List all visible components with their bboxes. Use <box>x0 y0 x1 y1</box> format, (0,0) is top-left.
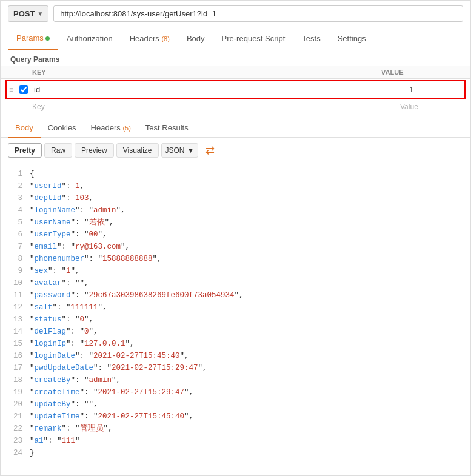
line-content: "a1": "111" <box>30 435 80 447</box>
line-content: "sex": "1", <box>30 265 80 277</box>
line-content: "loginDate": "2021-02-27T15:45:40", <box>30 350 189 362</box>
line-content: "updateTime": "2021-02-27T15:45:40", <box>30 411 193 423</box>
tab-params[interactable]: Params <box>8 27 58 50</box>
line-number: 14 <box>5 326 22 338</box>
json-line: 22 "remark": "管理员", <box>1 423 470 435</box>
tab-tests[interactable]: Tests <box>293 28 329 49</box>
format-chevron-icon: ▼ <box>187 146 195 155</box>
tab-authorization[interactable]: Authorization <box>58 28 121 49</box>
btn-raw[interactable]: Raw <box>44 143 72 158</box>
param-checkbox[interactable] <box>19 85 28 94</box>
tab-settings[interactable]: Settings <box>329 28 375 49</box>
params-dot-icon <box>45 36 50 41</box>
json-line: 6 "userType": "00", <box>1 229 470 241</box>
method-label: POST <box>13 9 35 18</box>
line-number: 12 <box>5 301 22 313</box>
json-line: 17 "pwdUpdateDate": "2021-02-27T15:29:47… <box>1 362 470 374</box>
method-select[interactable]: POST ▼ <box>8 5 48 22</box>
json-line: 21 "updateTime": "2021-02-27T15:45:40", <box>1 411 470 423</box>
tab-cookies[interactable]: Cookies <box>41 118 84 138</box>
tab-response-body[interactable]: Body <box>8 118 41 138</box>
drag-handle-icon: ≡ <box>7 85 16 94</box>
line-content: { <box>30 168 35 180</box>
tab-response-headers[interactable]: Headers (5) <box>84 118 138 138</box>
line-number: 2 <box>5 180 22 192</box>
line-number: 9 <box>5 265 22 277</box>
line-content: "email": "ry@163.com", <box>30 241 130 253</box>
json-line: 4 "loginName": "admin", <box>1 204 470 216</box>
param-value-placeholder: Value <box>400 102 461 111</box>
line-content: "loginName": "admin", <box>30 204 125 216</box>
line-number: 6 <box>5 229 22 241</box>
param-key-input[interactable] <box>32 81 404 98</box>
json-line: 14 "delFlag": "0", <box>1 326 470 338</box>
url-bar: POST ▼ <box>1 1 470 27</box>
line-content: } <box>30 447 35 459</box>
param-empty-row: Key Value <box>1 100 470 113</box>
tab-headers[interactable]: Headers (8) <box>121 28 178 49</box>
line-content: "password": "29c67a30398638269fe600f73a0… <box>30 289 244 301</box>
line-number: 13 <box>5 313 22 326</box>
format-select[interactable]: JSON ▼ <box>161 143 199 158</box>
line-number: 24 <box>5 447 22 459</box>
line-number: 5 <box>5 216 22 229</box>
json-line: 9 "sex": "1", <box>1 265 470 277</box>
json-line: 1{ <box>1 168 470 180</box>
json-line: 16 "loginDate": "2021-02-27T15:45:40", <box>1 350 470 362</box>
line-content: "avatar": "", <box>30 277 89 289</box>
json-line: 20 "updateBy": "", <box>1 398 470 411</box>
json-line: 19 "createTime": "2021-02-27T15:29:47", <box>1 386 470 398</box>
line-content: "deptId": 103, <box>30 192 93 204</box>
line-number: 3 <box>5 192 22 204</box>
json-viewer: 1{2 "userId": 1,3 "deptId": 103,4 "login… <box>1 163 470 464</box>
json-line: 5 "userName": "若依", <box>1 216 470 229</box>
line-number: 15 <box>5 338 22 350</box>
line-number: 19 <box>5 386 22 398</box>
json-line: 11 "password": "29c67a30398638269fe600f7… <box>1 289 470 301</box>
line-content: "createTime": "2021-02-27T15:29:47", <box>30 386 193 398</box>
json-line: 7 "email": "ry@163.com", <box>1 241 470 253</box>
col-header-value: VALUE <box>376 66 470 79</box>
response-toolbar: Pretty Raw Preview Visualize JSON ▼ ⇄ <box>1 138 470 163</box>
param-key-placeholder: Key <box>32 102 400 111</box>
format-label: JSON <box>165 146 185 155</box>
json-line: 3 "deptId": 103, <box>1 192 470 204</box>
line-content: "userType": "00", <box>30 229 107 241</box>
param-value-input[interactable] <box>404 81 464 98</box>
line-number: 23 <box>5 435 22 447</box>
url-input[interactable] <box>53 5 463 22</box>
json-line: 24} <box>1 447 470 459</box>
json-line: 10 "avatar": "", <box>1 277 470 289</box>
json-line: 8 "phonenumber": "15888888888", <box>1 253 470 265</box>
wrap-icon[interactable]: ⇄ <box>205 144 215 157</box>
line-content: "salt": "111111", <box>30 301 107 313</box>
line-number: 22 <box>5 423 22 435</box>
query-params-label: Query Params <box>1 50 470 66</box>
btn-pretty[interactable]: Pretty <box>8 143 42 158</box>
line-content: "delFlag": "0", <box>30 326 98 338</box>
json-line: 13 "status": "0", <box>1 313 470 326</box>
line-content: "loginIp": "127.0.0.1", <box>30 338 135 350</box>
line-number: 4 <box>5 204 22 216</box>
tab-prerequest[interactable]: Pre-request Script <box>213 28 294 49</box>
method-chevron-icon: ▼ <box>37 10 43 17</box>
line-number: 8 <box>5 253 22 265</box>
tab-test-results[interactable]: Test Results <box>138 118 196 138</box>
bottom-tabs: Body Cookies Headers (5) Test Results <box>1 118 470 138</box>
col-header-key: KEY <box>1 66 376 79</box>
json-line: 12 "salt": "111111", <box>1 301 470 313</box>
line-content: "createBy": "admin", <box>30 374 121 386</box>
line-content: "pwdUpdateDate": "2021-02-27T15:29:47", <box>30 362 207 374</box>
json-line: 15 "loginIp": "127.0.0.1", <box>1 338 470 350</box>
line-content: "updateBy": "", <box>30 398 98 411</box>
line-number: 17 <box>5 362 22 374</box>
line-number: 1 <box>5 168 22 180</box>
btn-visualize[interactable]: Visualize <box>116 143 159 158</box>
tab-body[interactable]: Body <box>178 28 213 49</box>
line-content: "userName": "若依", <box>30 216 114 229</box>
btn-preview[interactable]: Preview <box>75 143 114 158</box>
top-tabs: Params Authorization Headers (8) Body Pr… <box>1 27 470 50</box>
line-content: "remark": "管理员", <box>30 423 113 435</box>
line-number: 16 <box>5 350 22 362</box>
params-table: KEY VALUE <box>1 66 470 79</box>
